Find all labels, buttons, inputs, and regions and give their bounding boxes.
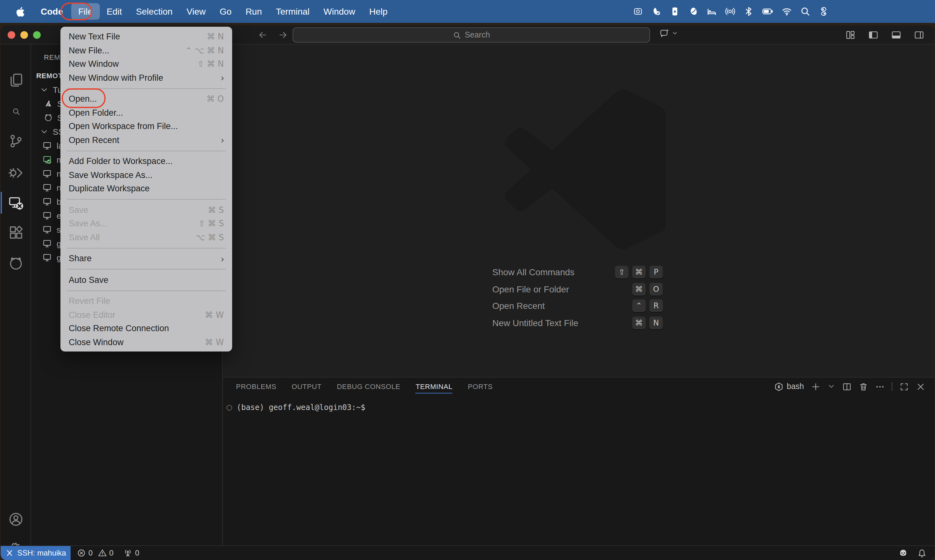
shell-label: bash <box>787 382 804 391</box>
command-decoration-icon[interactable] <box>227 405 232 410</box>
menubar-item-help[interactable]: Help <box>362 3 395 20</box>
apple-menu[interactable] <box>0 6 34 17</box>
menubar-item-terminal[interactable]: Terminal <box>269 3 317 20</box>
menubar-item-run[interactable]: Run <box>239 3 269 20</box>
new-terminal-icon[interactable] <box>811 382 821 391</box>
bash-terminal-icon <box>774 382 784 391</box>
monitor-icon <box>43 253 52 262</box>
toggle-panel-icon[interactable] <box>889 27 904 43</box>
file-menu-item-close-remote-connection[interactable]: Close Remote Connection <box>60 322 232 335</box>
file-menu-item-share[interactable]: Share› <box>60 252 232 265</box>
user-switch-icon[interactable] <box>819 6 829 17</box>
file-menu-item-new-window-with-profile[interactable]: New Window with Profile› <box>60 71 232 85</box>
copilot-chat-icon[interactable] <box>660 28 670 38</box>
divider <box>892 382 892 391</box>
bell-icon[interactable] <box>917 548 927 558</box>
menubar-item-selection[interactable]: Selection <box>129 3 179 20</box>
file-menu-item-open-recent[interactable]: Open Recent› <box>60 133 232 147</box>
github-icon[interactable] <box>8 255 23 271</box>
terminal-prompt[interactable]: (base) geoff.weal@login03:~$ <box>237 403 366 412</box>
file-menu-item-open-folder[interactable]: Open Folder... <box>60 106 232 120</box>
more-actions-icon[interactable] <box>875 382 885 391</box>
source-control-icon[interactable] <box>8 134 23 149</box>
navigate-forward-icon[interactable] <box>275 27 291 43</box>
menu-item-label: New Window with Profile <box>69 73 221 83</box>
panel-tab-output[interactable]: OUTPUT <box>292 380 321 393</box>
airdrop-icon[interactable] <box>725 6 735 17</box>
welcome-command-label: New Untitled Text File <box>492 317 578 328</box>
bottom-panel: PROBLEMSOUTPUTDEBUG CONSOLETERMINALPORTS… <box>223 377 934 545</box>
run-debug-icon[interactable] <box>8 165 23 180</box>
remote-explorer-icon[interactable] <box>8 195 23 211</box>
camera-app-icon[interactable] <box>633 6 643 17</box>
menubar-item-file[interactable]: File <box>71 3 100 20</box>
remote-icon <box>5 549 14 557</box>
file-menu-item-add-folder-to-workspace[interactable]: Add Folder to Workspace... <box>60 154 232 168</box>
menu-item-label: Revert File <box>69 297 224 306</box>
file-menu-item-auto-save[interactable]: Auto Save <box>60 273 232 287</box>
file-menu-item-new-text-file[interactable]: New Text File⌘ N <box>60 30 232 43</box>
bed-app-icon[interactable] <box>707 6 717 17</box>
menubar-item-code[interactable]: Code <box>34 3 71 20</box>
explorer-files-icon[interactable] <box>8 72 23 88</box>
file-menu-item-new-window[interactable]: New Window⇧ ⌘ N <box>60 57 232 71</box>
leaf-app-icon[interactable] <box>688 6 698 17</box>
chevron-down-icon[interactable] <box>40 128 48 136</box>
vscode-logo-watermark <box>505 89 666 250</box>
copilot-icon[interactable] <box>898 548 908 558</box>
chevron-down-icon[interactable] <box>671 29 679 37</box>
file-menu-item-new-file[interactable]: New File...⌃ ⌥ ⌘ N <box>60 43 232 57</box>
panel-tab-debug-console[interactable]: DEBUG CONSOLE <box>337 380 400 393</box>
menubar-item-go[interactable]: Go <box>213 3 239 20</box>
file-menu-item-open-workspace-from-file[interactable]: Open Workspace from File... <box>60 120 232 133</box>
phone-app-icon[interactable] <box>670 6 680 17</box>
search-icon[interactable] <box>8 104 23 119</box>
chevron-down-icon[interactable] <box>40 86 48 94</box>
monitor-icon <box>43 141 52 150</box>
panel-tab-ports[interactable]: PORTS <box>468 380 493 393</box>
menubar-item-edit[interactable]: Edit <box>100 3 129 20</box>
problems-status[interactable]: 0 0 <box>77 549 114 557</box>
remote-indicator[interactable]: SSH: mahuika <box>1 546 71 560</box>
close-window-button[interactable] <box>8 31 15 39</box>
terminal-instance[interactable]: bash <box>774 382 804 391</box>
keycap: ⌘ <box>632 283 646 295</box>
navigate-back-icon[interactable] <box>255 27 270 43</box>
welcome-command: Show All Commands⇧⌘P <box>492 266 663 278</box>
kill-terminal-icon[interactable] <box>859 382 868 391</box>
customize-layout-icon[interactable] <box>843 27 858 43</box>
terminal-dropdown-icon[interactable] <box>827 383 835 390</box>
menubar-item-view[interactable]: View <box>180 3 213 20</box>
toggle-primary-sidebar-icon[interactable] <box>866 27 881 43</box>
ports-count: 0 <box>135 549 139 557</box>
wifi-icon[interactable] <box>782 6 792 17</box>
editor-area: Show All Commands⇧⌘POpen File or Folder⌘… <box>223 45 934 377</box>
remote-label: SSH: mahuika <box>17 549 66 557</box>
account-icon[interactable] <box>8 512 23 527</box>
shield-check-app-icon[interactable] <box>651 6 662 17</box>
maximize-panel-icon[interactable] <box>900 382 909 391</box>
extensions-icon[interactable] <box>8 225 23 240</box>
zoom-window-button[interactable] <box>33 31 41 39</box>
close-panel-icon[interactable] <box>916 382 926 391</box>
ports-status[interactable]: 0 <box>124 549 139 557</box>
file-menu-item-close-editor: Close Editor⌘ W <box>60 308 232 322</box>
monitor-icon <box>43 225 52 234</box>
spotlight-search-icon[interactable] <box>800 6 810 17</box>
battery-icon[interactable] <box>762 6 773 17</box>
panel-tab-terminal[interactable]: TERMINAL <box>416 380 452 393</box>
split-terminal-icon[interactable] <box>842 382 852 391</box>
file-menu-item-save-workspace-as[interactable]: Save Workspace As... <box>60 168 232 182</box>
command-center-search[interactable]: Search <box>293 27 650 43</box>
bluetooth-icon[interactable] <box>744 6 754 17</box>
panel-tab-problems[interactable]: PROBLEMS <box>236 380 276 393</box>
file-menu-item-close-window[interactable]: Close Window⌘ W <box>60 335 232 349</box>
minimize-window-button[interactable] <box>20 31 28 39</box>
file-menu-item-duplicate-workspace[interactable]: Duplicate Workspace <box>60 182 232 195</box>
menu-item-shortcut: ⌘ O <box>207 94 224 104</box>
file-menu-item-open[interactable]: Open...⌘ O <box>60 92 232 106</box>
menubar-item-window[interactable]: Window <box>316 3 362 20</box>
shortcut-keys: ⇧⌘P <box>615 266 663 278</box>
toggle-secondary-sidebar-icon[interactable] <box>912 27 927 43</box>
menu-item-shortcut: ⌘ S <box>208 205 224 215</box>
